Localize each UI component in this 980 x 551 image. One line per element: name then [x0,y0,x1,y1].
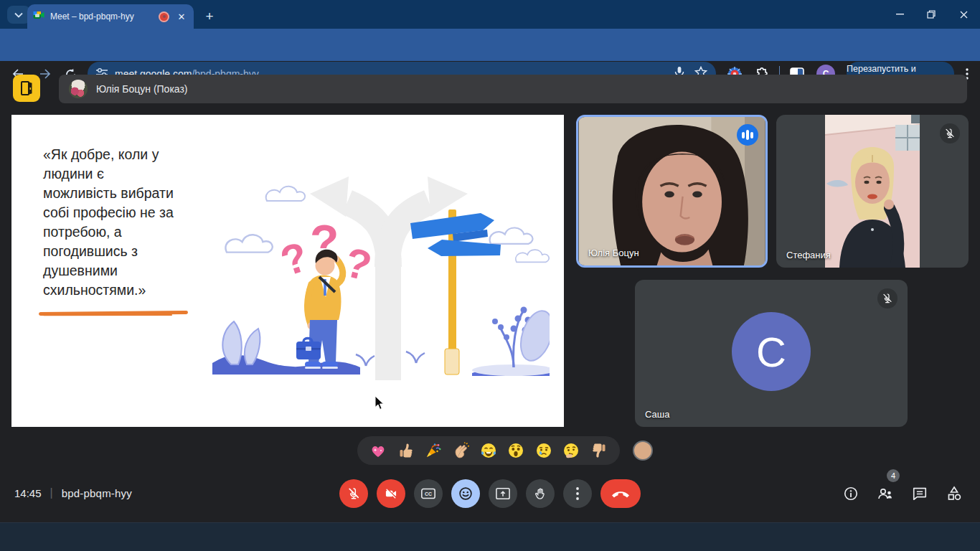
window-restore-button[interactable] [915,0,947,29]
mic-off-icon [940,123,960,143]
meeting-code: bpd-pbqm-hyy [62,487,132,499]
mic-off-icon [877,288,897,309]
presenter-avatar [69,80,88,98]
people-panel-icon[interactable] [877,485,894,502]
slide-underline-marker [39,311,188,316]
presenter-name: Юлія Боцун (Показ) [96,83,188,95]
mic-toggle-button[interactable] [339,479,368,508]
reactions-toggle-button[interactable] [451,479,480,508]
thumbs-down-icon[interactable] [590,441,608,460]
skin-tone-selector[interactable] [633,441,653,461]
chat-panel-icon[interactable] [911,485,928,502]
browser-toolbar: meet.google.com/bpd-pbqm-hyy C Перезапус… [0,29,980,61]
svg-text:?: ? [340,238,376,290]
reactions-bar [357,436,653,465]
raise-hand-button[interactable] [526,479,555,508]
sparkling-heart-icon[interactable] [369,441,387,460]
browser-titlebar: Meet – bpd-pbqm-hyy ✕ + [0,0,980,29]
meeting-info: 14:45 | bpd-pbqm-hyy [14,486,132,499]
participant-tile-yuliya[interactable]: Юлія Боцун [576,115,768,268]
people-count-badge: 4 [887,469,900,482]
participant-name: Стефания [786,250,831,260]
participant-name: Юлія Боцун [588,248,639,258]
svg-text:?: ? [275,232,314,285]
stefaniya-video [825,115,920,268]
divider: | [50,486,53,499]
thumbs-up-icon[interactable] [397,441,415,460]
presenter-bar[interactable]: Юлія Боцун (Показ) [59,75,967,103]
participant-name: Саша [645,409,669,420]
clapping-hands-icon[interactable] [452,441,471,460]
tab-title: Meet – bpd-pbqm-hyy [50,11,153,22]
crying-face-icon[interactable] [534,441,553,460]
captions-button[interactable]: CC [414,479,443,508]
new-tab-button[interactable]: + [201,8,218,25]
present-screen-button[interactable] [489,479,517,508]
windows-taskbar: Поиск [0,522,980,551]
window-close-button[interactable] [947,0,980,29]
screen: Meet – bpd-pbqm-hyy ✕ + meet.google.com/… [0,0,980,551]
thinking-face-icon[interactable] [562,441,580,460]
presentation-slide: «Як добре, коли у людини є можливість ви… [11,115,564,427]
participant-avatar-letter: C [732,312,811,391]
window-minimize-button[interactable] [884,0,915,29]
meet-favicon [33,10,44,23]
leave-room-door-icon[interactable] [13,75,40,102]
slide-illustration: ? ? ? [205,136,550,402]
tab-recording-indicator-icon [159,11,169,22]
party-popper-icon[interactable] [424,441,443,460]
camera-toggle-button[interactable] [377,479,405,508]
participant-tile-stefaniya[interactable]: Стефания [776,115,969,268]
activities-icon[interactable] [946,485,963,502]
speaking-indicator-icon [737,124,758,146]
slide-quote: «Як добре, коли у людини є можливість ви… [43,145,215,300]
more-options-button[interactable] [563,479,592,508]
mouse-cursor [374,396,385,410]
reactions-pill [357,436,620,465]
end-call-button[interactable] [600,479,641,508]
clock-time: 14:45 [14,487,42,499]
meeting-details-icon[interactable] [842,485,859,502]
browser-tab[interactable]: Meet – bpd-pbqm-hyy ✕ [27,4,194,29]
svg-text:CC: CC [425,491,432,496]
astonished-face-icon[interactable] [507,441,525,460]
participant-tile-sasha[interactable]: C Саша [635,280,908,427]
face-with-tears-of-joy-icon[interactable] [479,441,498,460]
tab-close-icon[interactable]: ✕ [175,10,188,23]
